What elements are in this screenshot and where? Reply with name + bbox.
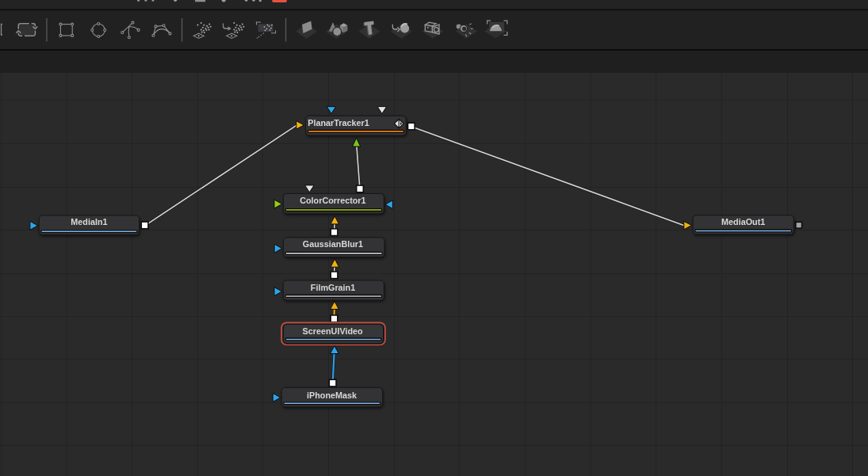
svg-text:PlanarTracker1: PlanarTracker1 — [308, 118, 369, 128]
svg-text:MediaOut1: MediaOut1 — [721, 217, 765, 227]
svg-text:GaussianBlur1: GaussianBlur1 — [303, 239, 363, 249]
svg-text:iPhoneMask: iPhoneMask — [307, 390, 358, 400]
svg-text:FilmGrain1: FilmGrain1 — [311, 283, 355, 292]
svg-text:MediaIn1: MediaIn1 — [71, 217, 107, 227]
svg-text:ColorCorrector1: ColorCorrector1 — [300, 196, 365, 205]
svg-text:ScreenUIVideo: ScreenUIVideo — [303, 326, 363, 336]
